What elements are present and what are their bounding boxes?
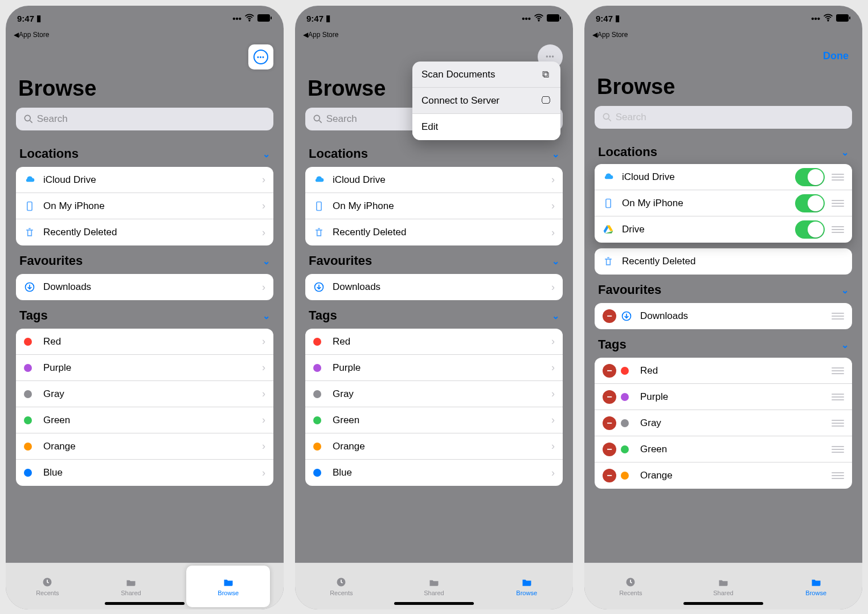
back-to-app[interactable]: ◀ App Store [6, 31, 284, 41]
location-recently-deleted[interactable]: Recently Deleted› [305, 219, 563, 245]
remove-button[interactable]: − [603, 469, 616, 482]
location-recently-deleted[interactable]: Recently Deleted [595, 248, 852, 275]
download-icon [313, 281, 333, 293]
iphone-icon [313, 200, 333, 212]
chevron-right-icon: › [262, 281, 265, 293]
screen-3: 9:47 ▮ ••• ◀ App Store Done Browse Searc… [584, 6, 862, 609]
tag-gray[interactable]: Gray› [16, 381, 273, 407]
drag-handle[interactable] [832, 394, 844, 400]
tag-green[interactable]: Green› [305, 407, 563, 433]
svg-rect-21 [606, 199, 611, 207]
remove-button[interactable]: − [603, 416, 616, 430]
toggle-on-my-iphone[interactable] [795, 194, 825, 212]
drag-handle[interactable] [832, 446, 844, 453]
tag-green[interactable]: Green› [16, 407, 273, 433]
search-input[interactable]: Search [16, 108, 273, 130]
remove-button[interactable]: − [603, 309, 616, 323]
status-time: 9:47 [596, 14, 613, 23]
tag-orange[interactable]: Orange› [16, 433, 273, 460]
google-drive-icon [603, 224, 622, 235]
tags-header[interactable]: Tags⌄ [305, 300, 563, 329]
folder-icon [521, 576, 533, 588]
status-bar: 9:47 ▮ ••• [6, 6, 284, 31]
status-indicator-icon: ▮ [36, 13, 41, 23]
wifi-icon [244, 12, 255, 25]
iphone-icon [603, 198, 622, 209]
drag-handle[interactable] [832, 420, 844, 427]
tab-browse[interactable]: Browse [769, 563, 862, 609]
done-button[interactable]: Done [820, 44, 852, 68]
screen-1: 9:47 ▮ ••• ◀ App Store ••• Browse Search… [6, 6, 284, 609]
edit-tag-gray: −Gray [595, 410, 852, 436]
back-to-app[interactable]: ◀ App Store [584, 31, 862, 41]
tab-browse[interactable]: Browse [186, 566, 270, 607]
tag-blue[interactable]: Blue› [305, 460, 563, 486]
scan-icon: ⧉ [540, 69, 551, 80]
status-right-icons: ••• [232, 12, 272, 25]
drag-handle[interactable] [832, 367, 844, 374]
tab-recents[interactable]: Recents [295, 563, 388, 609]
tab-browse[interactable]: Browse [480, 563, 573, 609]
location-recently-deleted[interactable]: Recently Deleted › [16, 219, 273, 245]
svg-marker-23 [604, 226, 608, 234]
tag-red[interactable]: Red› [16, 329, 273, 355]
favourite-downloads[interactable]: Downloads › [16, 274, 273, 300]
tag-dot-gray [24, 390, 32, 398]
menu-edit[interactable]: Edit [412, 114, 560, 140]
search-input[interactable]: Search [595, 106, 852, 129]
shared-folder-icon [718, 576, 729, 588]
toggle-drive[interactable] [795, 220, 825, 239]
remove-button[interactable]: − [603, 443, 616, 456]
locations-header[interactable]: Locations⌄ [305, 138, 563, 167]
search-icon [312, 113, 324, 125]
tab-recents[interactable]: Recents [584, 563, 677, 609]
drag-handle[interactable] [832, 174, 844, 181]
status-time: 9:47 [17, 14, 34, 23]
edit-tag-red: −Red [595, 358, 852, 384]
page-title: Browse [584, 68, 862, 104]
drag-handle[interactable] [832, 226, 844, 233]
favourites-header[interactable]: Favourites ⌄ [16, 245, 273, 274]
back-to-app[interactable]: ◀ App Store [295, 31, 573, 41]
tag-gray[interactable]: Gray› [305, 381, 563, 407]
chevron-right-icon: › [262, 227, 265, 239]
toggle-icloud[interactable] [795, 168, 825, 186]
drag-handle[interactable] [832, 472, 844, 479]
tags-header[interactable]: Tags⌄ [595, 329, 852, 358]
favourite-downloads-edit: − Downloads [595, 303, 852, 329]
tag-purple[interactable]: Purple› [305, 355, 563, 381]
drag-handle[interactable] [832, 200, 844, 207]
icloud-icon [313, 174, 333, 186]
locations-header[interactable]: Locations⌄ [595, 137, 852, 165]
shared-folder-icon [125, 576, 137, 588]
tag-purple[interactable]: Purple› [16, 355, 273, 381]
favourites-header[interactable]: Favourites⌄ [305, 245, 563, 274]
search-placeholder: Search [37, 113, 68, 125]
more-button[interactable]: ••• [248, 44, 273, 69]
favourites-header[interactable]: Favourites⌄ [595, 275, 852, 303]
svg-rect-10 [560, 17, 561, 19]
tag-blue[interactable]: Blue› [16, 460, 273, 486]
location-icloud[interactable]: iCloud Drive› [305, 167, 563, 193]
location-on-my-iphone[interactable]: On My iPhone › [16, 193, 273, 219]
tag-dot-blue [24, 469, 32, 477]
tag-red[interactable]: Red› [305, 329, 563, 355]
favourite-downloads[interactable]: Downloads› [305, 274, 563, 300]
menu-scan-documents[interactable]: Scan Documents ⧉ [412, 62, 560, 88]
menu-connect-server[interactable]: Connect to Server 🖵 [412, 88, 560, 114]
tab-recents[interactable]: Recents [6, 563, 89, 609]
tag-dot-green [24, 416, 32, 424]
tags-header[interactable]: Tags ⌄ [16, 300, 273, 329]
location-on-my-iphone[interactable]: On My iPhone› [305, 193, 563, 219]
tag-orange[interactable]: Orange› [305, 433, 563, 460]
tag-dot-red [24, 338, 32, 346]
server-icon: 🖵 [540, 95, 551, 107]
remove-button[interactable]: − [603, 390, 616, 404]
edit-location-on-my-iphone: On My iPhone [595, 190, 852, 216]
locations-header[interactable]: Locations ⌄ [16, 138, 273, 167]
location-icloud[interactable]: iCloud Drive › [16, 167, 273, 193]
remove-button[interactable]: − [603, 364, 616, 378]
drag-handle[interactable] [832, 313, 844, 320]
svg-rect-1 [257, 14, 270, 22]
download-icon [621, 310, 640, 322]
